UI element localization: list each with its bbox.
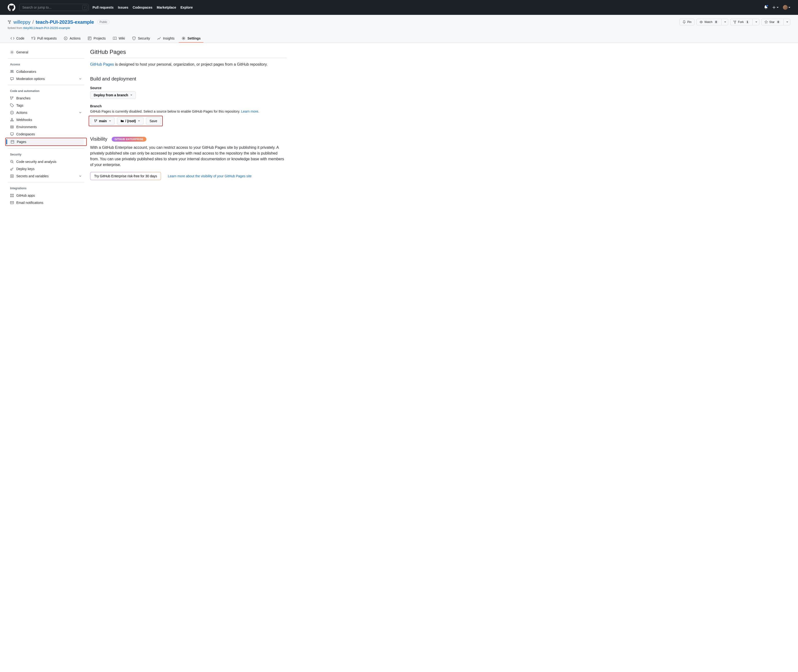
highlight-box-pages: Pages — [5, 138, 87, 146]
tab-pull-requests[interactable]: Pull requests — [29, 35, 59, 43]
notification-dot — [766, 5, 769, 7]
repo-name-link[interactable]: teach-PUI-2023S-example — [36, 19, 94, 25]
asterisk-icon — [10, 174, 14, 178]
codescan-icon — [10, 160, 14, 164]
desc-suffix: is designed to host your personal, organ… — [114, 62, 268, 66]
star-menu[interactable] — [784, 19, 790, 26]
try-row: Try GitHub Enterprise risk-free for 30 d… — [90, 172, 287, 180]
apps-icon — [10, 194, 14, 197]
repo-title-row: willeppy / teach-PUI-2023S-example Publi… — [8, 19, 790, 26]
sidebar-webhooks[interactable]: Webhooks — [8, 116, 84, 123]
try-enterprise-button[interactable]: Try GitHub Enterprise risk-free for 30 d… — [90, 172, 161, 180]
watch-menu[interactable] — [721, 19, 728, 26]
fork-menu[interactable] — [753, 19, 760, 26]
sidebar-branches[interactable]: Branches — [8, 94, 84, 102]
sidebar-secrets[interactable]: Secrets and variables — [8, 173, 84, 180]
repo-actions: Pin Watch 0 Fork 1 — [679, 19, 790, 26]
play-icon — [64, 37, 67, 40]
pin-icon — [683, 20, 686, 24]
sidebar-code-security[interactable]: Code security and analysis — [8, 158, 84, 165]
nav-codespaces[interactable]: Codespaces — [133, 5, 152, 10]
nav-explore[interactable]: Explore — [181, 5, 193, 10]
fork-label: Fork — [738, 20, 744, 24]
repo-tabs: Code Pull requests Actions Projects Wiki… — [8, 35, 790, 43]
tab-wiki[interactable]: Wiki — [110, 35, 128, 43]
visibility-badge: Public — [97, 20, 109, 24]
code-heading: Code and automation — [8, 85, 84, 94]
user-menu[interactable] — [783, 5, 790, 10]
sidebar-codespaces[interactable]: Codespaces — [8, 131, 84, 138]
branch-select[interactable]: main — [91, 117, 115, 125]
tab-insights[interactable]: Insights — [154, 35, 177, 43]
repo-owner-link[interactable]: willeppy — [13, 19, 30, 25]
slash-hint: / — [82, 5, 87, 10]
svg-rect-10 — [11, 126, 13, 127]
source-select[interactable]: Deploy from a branch — [90, 91, 136, 99]
sidebar-pages[interactable]: Pages — [8, 138, 84, 146]
svg-rect-20 — [13, 196, 13, 197]
gear-icon — [182, 37, 186, 40]
sidebar-github-apps[interactable]: GitHub apps — [8, 192, 84, 199]
tab-actions[interactable]: Actions — [61, 35, 83, 43]
branch-icon — [94, 119, 98, 123]
code-icon — [11, 37, 14, 40]
fork-button[interactable]: Fork 1 — [730, 19, 753, 26]
svg-rect-18 — [13, 194, 13, 195]
svg-point-5 — [12, 70, 13, 72]
sidebar-general[interactable]: General — [8, 49, 84, 56]
fork-group: Fork 1 — [730, 19, 760, 26]
sidebar-actions[interactable]: Actions — [8, 109, 84, 116]
nav-marketplace[interactable]: Marketplace — [157, 5, 176, 10]
chevron-down-icon — [79, 77, 82, 80]
forked-prefix: forked from — [8, 26, 23, 30]
create-menu[interactable] — [772, 5, 779, 10]
github-logo-icon[interactable] — [8, 3, 15, 11]
nav-issues[interactable]: Issues — [118, 5, 128, 10]
sidebar-collaborators[interactable]: Collaborators — [8, 68, 84, 75]
forked-from-link[interactable]: rikky0611/teach-PUI-2023S-example — [23, 26, 70, 30]
caret-down-icon — [786, 22, 788, 22]
nav-pull-requests[interactable]: Pull requests — [93, 5, 114, 10]
learn-more-link[interactable]: Learn more — [241, 109, 258, 113]
shield-icon — [132, 37, 136, 40]
caret-down-icon — [130, 94, 132, 96]
security-heading: Security — [8, 149, 84, 158]
pin-button[interactable]: Pin — [679, 19, 694, 26]
github-pages-link[interactable]: GitHub Pages — [90, 62, 114, 66]
caret-down-icon — [788, 7, 790, 8]
sidebar-email[interactable]: Email notifications — [8, 199, 84, 206]
sidebar-environments[interactable]: Environments — [8, 123, 84, 131]
tab-projects[interactable]: Projects — [85, 35, 109, 43]
topbar: / Pull requests Issues Codespaces Market… — [0, 0, 798, 15]
tab-security[interactable]: Security — [129, 35, 153, 43]
mail-icon — [10, 201, 14, 205]
tab-settings[interactable]: Settings — [179, 35, 204, 43]
notifications-button[interactable] — [764, 5, 768, 10]
search-input[interactable] — [19, 4, 89, 11]
server-icon — [10, 125, 14, 129]
folder-icon — [120, 119, 124, 123]
tab-code[interactable]: Code — [8, 35, 27, 43]
people-icon — [10, 70, 14, 74]
chevron-down-icon — [79, 174, 82, 178]
caret-down-icon — [724, 22, 726, 22]
star-count: 0 — [776, 20, 780, 24]
star-button[interactable]: Star 0 — [761, 19, 784, 26]
watch-count: 0 — [714, 20, 718, 24]
visibility-body: With a GitHub Enterprise account, you ca… — [90, 145, 287, 168]
search-box: / — [19, 4, 89, 11]
sidebar-deploy-keys[interactable]: Deploy keys — [8, 165, 84, 173]
access-heading: Access — [8, 58, 84, 68]
gear-icon — [10, 50, 14, 54]
visibility-learn-link[interactable]: Learn more about the visibility of your … — [168, 174, 252, 178]
top-nav: Pull requests Issues Codespaces Marketpl… — [93, 5, 193, 10]
folder-select[interactable]: / (root) — [117, 117, 144, 125]
save-button[interactable]: Save — [146, 117, 161, 125]
svg-rect-13 — [11, 141, 14, 143]
sidebar-tags[interactable]: Tags — [8, 102, 84, 109]
sidebar-moderation[interactable]: Moderation options — [8, 75, 84, 82]
caret-down-icon — [777, 7, 779, 8]
pull-request-icon — [31, 37, 35, 40]
svg-point-8 — [13, 120, 13, 121]
watch-button[interactable]: Watch 0 — [696, 19, 721, 26]
